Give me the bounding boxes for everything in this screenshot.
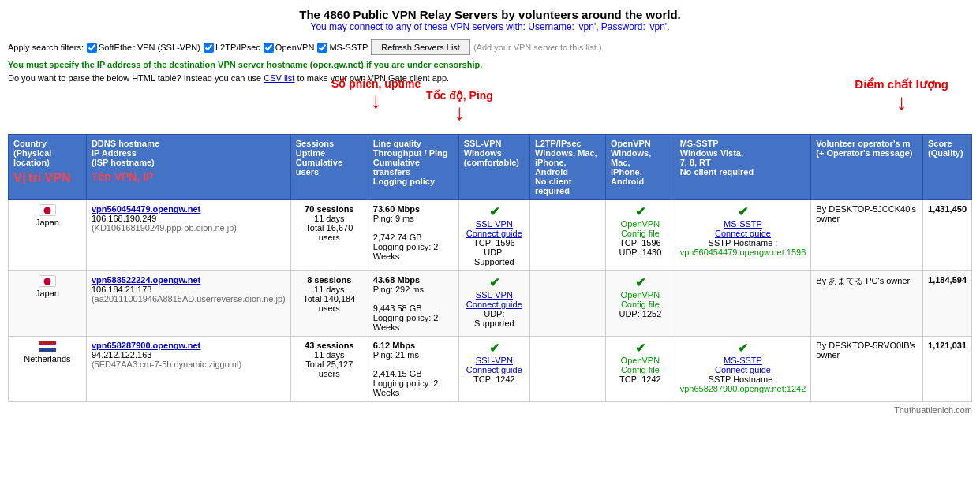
ssl-connect-guide[interactable]: Connect guide	[466, 229, 522, 238]
ping-value: Ping: 21 ms	[373, 350, 419, 360]
ssl-connect-guide[interactable]: Connect guide	[466, 300, 522, 309]
add-server-link[interactable]: (Add your VPN server to this list.)	[473, 43, 602, 52]
warning-message: You must specify the IP address of the d…	[0, 58, 980, 71]
ssl-vpn-link[interactable]: SSL-VPN	[476, 356, 513, 365]
ms-connect-guide[interactable]: Connect guide	[715, 365, 771, 374]
col-mssstp: MS-SSTP Windows Vista, 7, 8, RT No clien…	[675, 135, 811, 200]
cumulative-users: Total 16,670 users	[305, 223, 353, 242]
speed-value: 43.68 Mbps	[373, 275, 420, 285]
filter-openvpn[interactable]: OpenVPN	[264, 43, 315, 53]
uptime: 11 days	[314, 214, 345, 223]
hostname-link[interactable]: vpn588522224.opengw.net	[92, 275, 200, 285]
cell-ssl: ✔ SSL-VPN Connect guide TCP: 1596 UDP: S…	[458, 200, 529, 271]
score-value: 1,184,594	[928, 275, 967, 285]
refresh-button[interactable]: Refresh Servers List	[371, 39, 470, 55]
cell-hostname: vpn560454479.opengw.net 106.168.190.249 …	[86, 200, 290, 271]
operator-name: By DESKTOP-5JCCK40's owner	[816, 204, 916, 223]
filter-softether[interactable]: SoftEther VPN (SSL-VPN)	[87, 43, 200, 53]
openvpn-check: ✔	[635, 276, 645, 289]
cell-l2tp	[529, 337, 605, 402]
flag-nl	[39, 341, 56, 352]
annotation-speed: Tốc độ, Ping ↓	[426, 89, 493, 124]
hostname-link[interactable]: vpn560454479.opengw.net	[92, 204, 200, 214]
openvpn-link[interactable]: OpenVPN	[621, 290, 660, 300]
filter-l2tp[interactable]: L2TP/IPsec	[204, 43, 260, 53]
cell-sessions: 70 sessions 11 days Total 16,670 users	[290, 200, 368, 271]
cell-country: Japan	[9, 200, 87, 271]
filter-label: Apply search filters:	[8, 43, 84, 52]
col-openvpn: OpenVPN Windows, Mac, iPhone, Android	[606, 135, 675, 200]
ssl-vpn-link[interactable]: SSL-VPN	[476, 219, 513, 229]
ping-value: Ping: 9 ms	[373, 214, 414, 223]
score-value: 1,431,450	[928, 204, 967, 214]
flag-jp	[39, 275, 56, 287]
cell-hostname: vpn658287900.opengw.net 94.212.122.163 (…	[86, 337, 290, 402]
ip-address: 106.168.190.249	[92, 214, 157, 223]
isp-hostname: (5ED47AA3.cm-7-5b.dynamic.ziggo.nl)	[92, 360, 241, 369]
openvpn-config[interactable]: Config file	[621, 229, 660, 238]
openvpn-check: ✔	[635, 205, 645, 218]
col-operator: Volunteer operator's m (+ Operator's mes…	[811, 135, 923, 200]
openvpn-config[interactable]: Config file	[621, 300, 660, 309]
cell-l2tp	[529, 271, 605, 337]
cell-l2tp	[529, 200, 605, 271]
transfer-volume: 9,443.58 GB	[373, 304, 422, 313]
openvpn-check: ✔	[635, 341, 645, 355]
cell-mssstp: ✔ MS-SSTP Connect guide SSTP Hostname : …	[675, 200, 811, 271]
ssl-ports: TCP: 1242	[473, 374, 515, 384]
ms-check: ✔	[738, 341, 748, 355]
ping-value: Ping: 292 ms	[373, 285, 424, 294]
operator-name: By あまてる PC's owner	[816, 276, 910, 285]
ms-hostname[interactable]: vpn560454479.opengw.net:1596	[680, 248, 806, 257]
ms-hostname[interactable]: vpn658287900.opengw.net:1242	[680, 384, 806, 393]
logging-policy: Logging policy: 2 Weeks	[373, 378, 439, 397]
filter-mssstp[interactable]: MS-SSTP	[317, 43, 368, 53]
session-count: 8 sessions	[307, 275, 351, 285]
cell-openvpn: ✔ OpenVPN Config file UDP: 1252	[606, 271, 675, 337]
ms-check: ✔	[738, 205, 748, 218]
transfer-volume: 2,742.74 GB	[373, 233, 422, 242]
country-name: Netherlands	[24, 354, 70, 363]
cell-country: Netherlands	[9, 337, 87, 402]
operator-name: By DESKTOP-5RVO0IB's owner	[816, 341, 915, 360]
openvpn-link[interactable]: OpenVPN	[621, 219, 660, 229]
cell-sessions: 8 sessions 11 days Total 140,184 users	[290, 271, 368, 337]
session-count: 70 sessions	[305, 204, 353, 214]
uptime: 11 days	[314, 350, 345, 360]
cell-speed: 73.60 Mbps Ping: 9 ms 2,742.74 GB Loggin…	[368, 200, 458, 271]
ms-sstp-link[interactable]: MS-SSTP	[724, 219, 762, 229]
isp-hostname: (aa20111001946A8815AD.userreverse.dion.n…	[92, 294, 286, 304]
country-name: Japan	[36, 218, 59, 227]
csv-link[interactable]: CSV list	[264, 73, 294, 83]
cell-operator: By DESKTOP-5JCCK40's owner	[811, 200, 923, 271]
uptime: 11 days	[314, 285, 345, 294]
hostname-link[interactable]: vpn658287900.opengw.net	[92, 341, 200, 350]
ms-sstp-label: SSTP Hostname :	[709, 374, 778, 384]
cell-ssl: ✔ SSL-VPN Connect guide UDP: Supported	[458, 271, 529, 337]
openvpn-config[interactable]: Config file	[621, 365, 660, 374]
table-row: Japan vpn588522224.opengw.net 106.184.21…	[9, 271, 972, 337]
score-value: 1,121,031	[928, 341, 967, 350]
ms-connect-guide[interactable]: Connect guide	[715, 229, 771, 238]
ssl-connect-guide[interactable]: Connect guide	[466, 365, 522, 374]
transfer-volume: 2,414.15 GB	[373, 369, 422, 378]
cell-score: 1,431,450	[923, 200, 972, 271]
ms-sstp-link[interactable]: MS-SSTP	[724, 356, 762, 365]
col-country: Country (Physical location) Vị trí VPN	[9, 135, 87, 200]
annotation-sessions: Số phiên, uptime ↓	[331, 77, 421, 112]
col-sslvpn: SSL-VPN Windows (comfortable)	[458, 135, 529, 200]
cell-score: 1,184,594	[923, 271, 972, 337]
cell-ssl: ✔ SSL-VPN Connect guide TCP: 1242	[458, 337, 529, 402]
ssl-ports: UDP: Supported	[474, 309, 514, 328]
col-ddns: DDNS hostname IP Address (ISP hostname) …	[86, 135, 290, 200]
csv-text: Do you want to parse the below HTML tabl…	[8, 73, 261, 83]
ssl-vpn-link[interactable]: SSL-VPN	[476, 290, 513, 300]
annotation-quality: Điểm chất lượng ↓	[855, 77, 948, 114]
openvpn-link[interactable]: OpenVPN	[621, 356, 660, 365]
cell-score: 1,121,031	[923, 337, 972, 402]
isp-hostname: (KD106168190249.ppp-bb.dion.ne.jp)	[92, 223, 237, 233]
subtitle: You may connect to any of these VPN serv…	[0, 21, 980, 32]
cell-mssstp	[675, 271, 811, 337]
cell-speed: 6.12 Mbps Ping: 21 ms 2,414.15 GB Loggin…	[368, 337, 458, 402]
speed-value: 6.12 Mbps	[373, 341, 415, 350]
